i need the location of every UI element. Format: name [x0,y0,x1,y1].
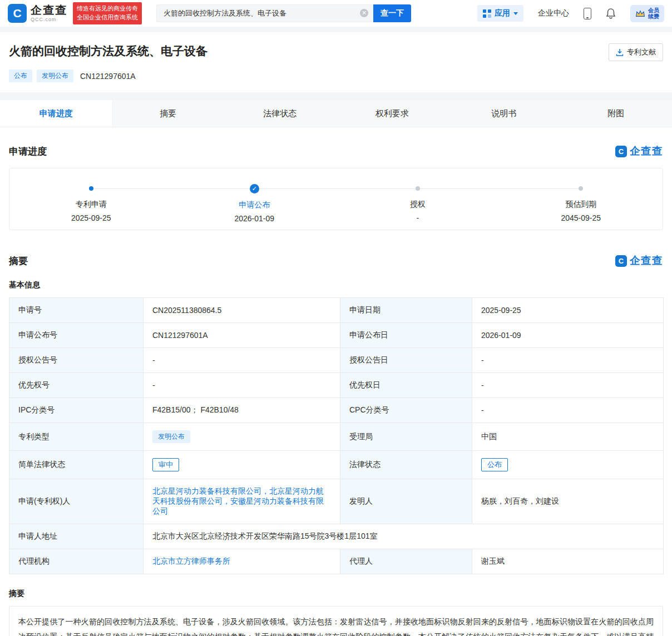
bell-icon[interactable] [606,8,616,19]
field-value: 发明公布 [144,423,340,451]
timeline-step-label: 授权 [410,200,426,210]
field-value: - [472,348,664,373]
field-value: - [144,348,340,373]
tab-abstract[interactable]: 摘要 [112,100,224,127]
field-value: - [472,398,664,423]
field-label: 法律状态 [340,451,472,479]
timeline-step-filed: 专利申请 2025-09-25 [9,184,173,230]
apps-menu-button[interactable]: 应用 [477,5,523,22]
top-bar: C 企查查 QCC.com 缔造有远见的商业传奇 全国企业信用查询系统 ✕ 查一… [0,0,672,27]
patent-document-button[interactable]: 专利文献 [609,43,663,61]
field-label: 申请人地址 [9,524,144,549]
legal-status-badge: 公布 [481,458,508,471]
qcc-watermark: C 企查查 [615,254,663,268]
simple-legal-status-badge: 审中 [152,458,179,471]
table-row: 优先权号 - 优先权日 - [9,373,664,398]
field-label: 受理局 [340,423,472,451]
timeline-step-label: 专利申请 [76,200,107,210]
search-clear-icon[interactable]: ✕ [360,9,368,17]
field-label: 简单法律状态 [9,451,144,479]
table-row: 简单法律状态 审中 法律状态 公布 [9,451,664,479]
mobile-app-icon[interactable] [584,8,591,19]
timeline-step-date: 2026-01-09 [234,214,274,223]
field-value: 公布 [472,451,664,479]
status-badge-type: 发明公布 [37,69,73,82]
timeline-dot-pending [416,186,420,191]
search-button[interactable]: 查一下 [373,4,411,22]
field-value: 杨朕，刘百奇，刘建设 [472,479,664,524]
timeline-dot-done [89,186,93,191]
table-row: 授权公告号 - 授权公告日 - [9,348,664,373]
field-value: - [144,373,340,398]
basic-info-title: 基本信息 [0,280,672,290]
timeline-step-label: 预估到期 [565,200,596,210]
qcc-watermark: C 企查查 [615,144,663,158]
table-row: 代理机构 北京市立方律师事务所 代理人 谢玉斌 [9,549,664,574]
table-row: 申请号 CN202511380864.5 申请日期 2025-09-25 [9,298,664,323]
field-value: 北京市大兴区北京经济技术开发区荣华南路15号院3号楼1层101室 [144,524,664,549]
crown-icon [635,9,645,18]
qcc-logo-name: 企查查 [31,4,67,16]
field-label: 代理机构 [9,549,144,574]
abstract-subsection-title: 摘要 [0,589,672,599]
applicant-link-1[interactable]: 北京星河动力装备科技有限公司， [152,486,269,495]
patent-header-card: 火箭的回收控制方法及系统、电子设备 专利文献 公布 发明公布 CN1212976… [0,32,672,92]
timeline-step-expiry: 预估到期 2045-09-25 [500,184,663,230]
field-value: F42B15/00； F42B10/48 [144,398,340,423]
divider-band-2 [0,92,672,100]
field-label: CPC分类号 [340,398,472,423]
timeline-check-icon: ✓ [250,184,259,193]
qcc-logo-domain: QCC.com [31,17,67,22]
table-row: 申请(专利权)人 北京星河动力装备科技有限公司，北京星河动力航天科技股份有限公司… [9,479,664,524]
search-input[interactable] [156,4,373,22]
timeline-step-date: 2025-09-25 [71,213,111,222]
field-value: 北京市立方律师事务所 [144,549,340,574]
member-label-line1: 会员 [648,7,659,14]
field-value: 中国 [472,423,664,451]
tab-claims[interactable]: 权利要求 [336,100,448,127]
table-row: 申请人地址 北京市大兴区北京经济技术开发区荣华南路15号院3号楼1层101室 [9,524,664,549]
divider-band [0,27,672,32]
tab-bar: 申请进度 摘要 法律状态 权利要求 说明书 附图 [0,100,672,127]
field-label: 授权公告号 [9,348,144,373]
tab-figures[interactable]: 附图 [560,100,672,127]
summary-section: 摘要 C 企查查 基本信息 申请号 CN202511380864.5 申请日期 … [0,254,672,636]
qcc-watermark-icon: C [615,146,627,157]
timeline-step-label: 申请公布 [239,200,270,210]
brand-slogan: 缔造有远见的商业传奇 全国企业信用查询系统 [73,2,142,24]
tab-description[interactable]: 说明书 [448,100,560,127]
field-value: CN202511380864.5 [144,298,340,323]
progress-section-title: 申请进度 [9,145,47,158]
field-label: 发明人 [340,479,472,524]
patent-type-badge: 发明公布 [152,430,190,443]
table-row: 申请公布号 CN121297601A 申请公布日 2026-01-09 [9,323,664,348]
page-title: 火箭的回收控制方法及系统、电子设备 [9,43,207,59]
qcc-logo[interactable]: C 企查查 QCC.com [8,4,67,23]
field-label: 优先权号 [9,373,144,398]
timeline-step-published: ✓ 申请公布 2026-01-09 [173,184,337,230]
member-label-line2: 续费 [648,13,659,20]
field-label: 优先权日 [340,373,472,398]
field-value: 审中 [144,451,340,479]
tab-application-progress[interactable]: 申请进度 [0,100,112,127]
timeline-step-granted: 授权 - [336,184,500,230]
top-nav: 应用 企业中心 会员 续费 [477,5,664,22]
field-label: 申请公布日 [340,323,472,348]
field-label: 申请号 [9,298,144,323]
enterprise-center-link[interactable]: 企业中心 [538,8,569,18]
field-value: - [472,373,664,398]
field-label: 申请公布号 [9,323,144,348]
apps-grid-icon [483,9,491,18]
status-badge-publish: 公布 [9,69,32,82]
timeline-step-date: - [416,213,419,222]
field-value: 2026-01-09 [472,323,664,348]
progress-section: 申请进度 C 企查查 专利申请 2025-09-25 ✓ 申请公布 2026-0… [0,144,672,230]
field-label: 申请(专利权)人 [9,479,144,524]
qcc-watermark-text: 企查查 [630,254,663,268]
member-renewal-button[interactable]: 会员 续费 [630,5,664,22]
chevron-down-icon [513,12,518,15]
agency-link[interactable]: 北京市立方律师事务所 [152,556,230,565]
table-row: IPC分类号 F42B15/00； F42B10/48 CPC分类号 - [9,398,664,423]
field-label: 授权公告日 [340,348,472,373]
tab-legal-status[interactable]: 法律状态 [224,100,336,127]
